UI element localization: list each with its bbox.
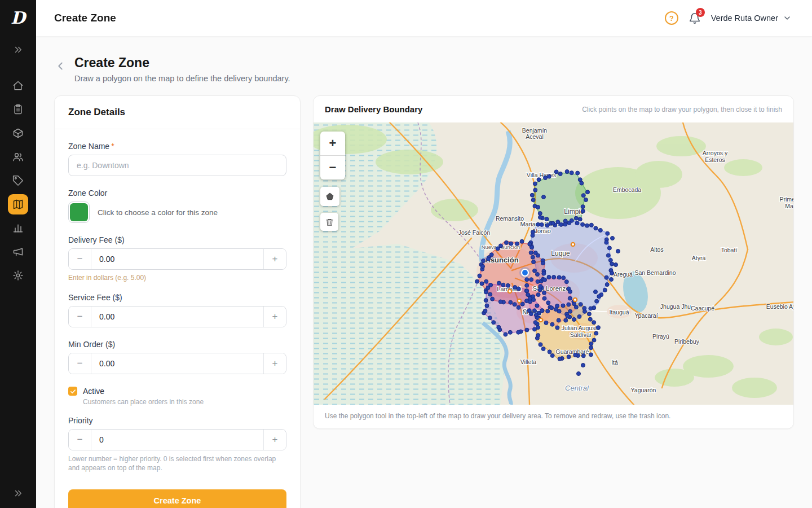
gear-icon [12,270,24,281]
svg-text:José Falcón: José Falcón [458,229,491,236]
delivery-fee-input[interactable] [91,249,263,269]
page-subtitle: Draw a polygon on the map to define the … [74,74,290,83]
zoom-in-button[interactable]: + [320,132,345,155]
priority-label: Priority [68,416,286,425]
megaphone-icon [12,246,24,257]
min-order-stepper: − + [68,353,286,374]
polygon-draw-button[interactable] [320,187,339,206]
min-order-label: Min Order ($) [68,340,286,349]
svg-text:Villeta: Villeta [520,358,537,365]
zone-details-title: Zone Details [55,96,300,129]
notification-badge: 3 [696,8,705,17]
map-footnote: Use the polygon tool in the top-left of … [314,405,793,428]
svg-text:Caacupé: Caacupé [691,305,714,312]
topbar-title: Create Zone [54,12,116,24]
map-svg[interactable]: BenjamínAcevalVilla HayesArroyos yEstero… [314,122,793,405]
store-marker [571,243,575,246]
zone-color-value [70,203,88,221]
active-hint: Customers can place orders in this zone [83,398,286,406]
sidebar-item-zones[interactable] [8,194,28,214]
sidebar-item-marketing[interactable] [8,242,28,262]
trash-icon [325,218,334,226]
bar-chart-icon [12,222,24,234]
sidebar-item-home[interactable] [8,76,28,96]
svg-text:San Bernardino: San Bernardino [635,269,676,276]
map-card-title: Draw Delivery Boundary [325,104,422,114]
back-button[interactable] [54,60,67,72]
chevrons-right-icon [13,45,23,55]
service-fee-increment-button[interactable]: + [263,306,286,327]
svg-text:Aceval: Aceval [526,133,544,140]
zoom-out-button[interactable]: − [320,156,345,179]
sidebar-item-tags[interactable] [8,170,28,191]
svg-text:Julián Augusto: Julián Augusto [562,325,600,331]
service-fee-decrement-button[interactable]: − [69,306,91,327]
help-button[interactable]: ? [665,11,678,25]
svg-text:Primer: Primer [780,196,793,203]
delivery-fee-stepper: − + [68,248,286,270]
service-fee-input[interactable] [91,306,263,327]
package-icon [12,128,24,139]
zone-details-card: Zone Details Zone Name* Zone Color Click… [54,95,301,508]
svg-text:Villa Hayes: Villa Hayes [527,172,556,178]
sidebar-item-analytics[interactable] [8,218,28,238]
delivery-fee-decrement-button[interactable]: − [69,249,91,269]
svg-text:Itauguá: Itauguá [609,309,629,316]
polygon-icon [325,192,334,201]
min-order-input[interactable] [91,353,263,374]
svg-text:Itá: Itá [611,359,618,366]
svg-text:Pirayú: Pirayú [652,333,669,340]
svg-text:Tobatí: Tobatí [721,247,738,253]
chevrons-right-icon [13,488,23,498]
clipboard-icon [12,104,24,115]
sidebar-expand-button[interactable] [7,41,29,59]
trash-button[interactable] [320,213,338,231]
min-order-decrement-button[interactable]: − [69,353,91,374]
topbar: Create Zone ? 3 Verde Ruta Owner [36,0,812,36]
svg-text:Esteros: Esteros [705,156,725,163]
priority-stepper: − + [68,429,286,450]
priority-input[interactable] [91,430,263,450]
svg-text:Marz: Marz [785,203,793,209]
sidebar-item-settings[interactable] [8,265,28,286]
sidebar-item-customers[interactable] [8,147,28,167]
store-marker [539,318,542,322]
active-checkbox[interactable] [68,387,77,396]
page-title: Create Zone [74,55,290,71]
zone-color-hint: Click to choose a color for this zone [98,208,218,217]
zone-color-swatch[interactable] [68,202,90,223]
sidebar-item-products[interactable] [8,123,28,143]
map-canvas[interactable]: BenjamínAcevalVilla HayesArroyos yEstero… [314,122,793,405]
store-marker [518,299,521,303]
app-logo[interactable]: D [0,0,36,36]
main-content: Create Zone Draw a polygon on the map to… [36,36,812,508]
store-marker [573,298,577,301]
map-icon [12,199,24,210]
users-icon [12,151,24,163]
priority-increment-button[interactable]: + [263,430,286,450]
create-zone-button[interactable]: Create Zone [68,489,286,508]
min-order-increment-button[interactable]: + [263,353,286,374]
svg-text:Arroyos y: Arroyos y [703,150,728,156]
map-zoom-control: + − [320,132,345,179]
zone-name-input[interactable] [68,155,286,176]
delivery-fee-increment-button[interactable]: + [263,249,286,269]
sidebar-item-orders[interactable] [8,99,28,120]
svg-text:Yaguarón: Yaguarón [631,387,656,393]
svg-text:Atyrá: Atyrá [692,255,706,261]
zone-color-label: Zone Color [68,189,286,198]
map-card-hint: Click points on the map to draw your pol… [582,106,782,113]
svg-text:Jhugua Jhu: Jhugua Jhu [660,303,691,310]
priority-hint: Lower number = higher priority. 0 is sel… [68,454,283,472]
help-mark: ? [669,14,674,23]
svg-text:Areguá: Areguá [614,271,633,278]
notifications-button[interactable]: 3 [689,12,701,24]
svg-text:Luque: Luque [551,249,570,257]
sidebar: D [0,0,36,508]
user-menu[interactable]: Verde Ruta Owner [711,14,792,23]
priority-decrement-button[interactable]: − [69,430,91,450]
home-icon [12,80,24,91]
active-label: Active [83,387,104,396]
sidebar-expand-button-bottom[interactable] [7,484,29,502]
chevron-down-icon [783,14,792,23]
